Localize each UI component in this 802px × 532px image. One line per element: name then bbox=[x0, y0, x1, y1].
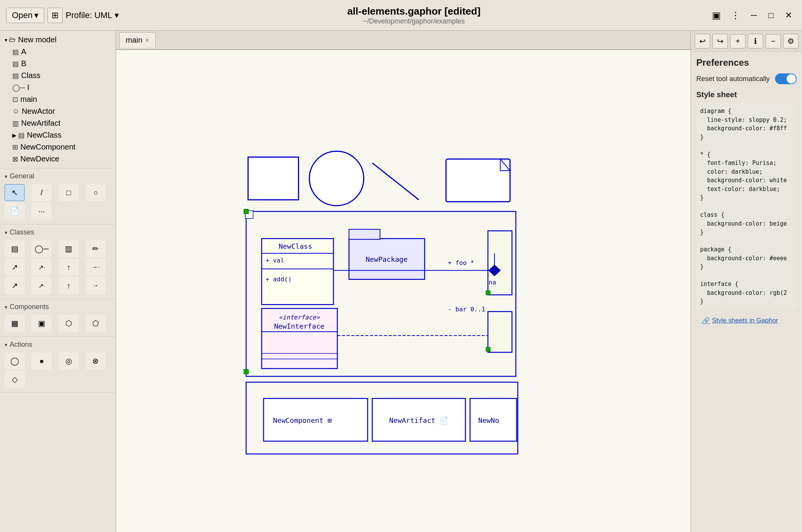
target-tool[interactable]: ◎ bbox=[59, 352, 79, 369]
assoc2-tool[interactable]: ↗· bbox=[32, 259, 52, 276]
actions-header[interactable]: ▾ Actions bbox=[0, 339, 116, 350]
class-icon-b: ▤ bbox=[12, 60, 19, 68]
minus-button[interactable]: − bbox=[765, 34, 781, 48]
newclass-icon: ▤ bbox=[18, 131, 25, 140]
tree-label: A bbox=[21, 47, 26, 56]
model-root[interactable]: ▾ 🗁 New model bbox=[0, 34, 116, 46]
minus-icon: − bbox=[771, 37, 775, 45]
canvas-svg: NewClass + val + add() NewPackage «inter… bbox=[116, 50, 691, 532]
tree-label-b: B bbox=[21, 59, 26, 68]
dashed-line-tool[interactable]: ··· bbox=[32, 203, 52, 219]
layout-button[interactable]: ⊞ bbox=[47, 8, 63, 23]
pointer-tool[interactable]: ↖ bbox=[5, 184, 25, 201]
prohibited-tool[interactable]: ⊗ bbox=[86, 352, 106, 369]
close-icon: ✕ bbox=[785, 10, 792, 20]
tree-item-a[interactable]: ▤ A bbox=[0, 46, 116, 58]
comp1-tool[interactable]: ▦ bbox=[5, 315, 25, 332]
tab-main[interactable]: main × bbox=[119, 32, 156, 48]
open-chevron: ▾ bbox=[34, 10, 38, 20]
tree-item-newcomponent[interactable]: ⊞ NewComponent bbox=[0, 141, 116, 153]
class-tool[interactable]: ▤ bbox=[5, 240, 25, 257]
reset-tool-label: Reset tool automatically bbox=[696, 75, 770, 83]
panel-toggle-button[interactable]: ▣ bbox=[709, 8, 724, 22]
tree-item-newclass[interactable]: ▶ ▤ NewClass bbox=[0, 129, 116, 141]
svg-rect-26 bbox=[488, 312, 512, 352]
close-button[interactable]: ✕ bbox=[781, 9, 796, 22]
gear-button[interactable]: ⚙ bbox=[783, 34, 799, 48]
info-button[interactable]: ℹ bbox=[748, 34, 763, 48]
components-tools-section: ▾ Components ▦ ▣ ⬡ ⬠ bbox=[0, 299, 116, 337]
general-header[interactable]: ▾ General bbox=[0, 171, 116, 182]
tree-item-class[interactable]: ▤ Class bbox=[0, 70, 116, 81]
tree-item-newactor[interactable]: ☺ NewActor bbox=[0, 105, 116, 117]
svg-rect-0 bbox=[248, 157, 298, 200]
comp2-tool[interactable]: ▣ bbox=[32, 315, 52, 332]
filename: all-elements.gaphor [edited] bbox=[123, 5, 704, 17]
preferences-title: Preferences bbox=[696, 57, 797, 68]
tree-item-newdevice[interactable]: ⊠ NewDevice bbox=[0, 153, 116, 165]
iface-tool[interactable]: ◯─ bbox=[32, 240, 52, 257]
svg-text:na: na bbox=[489, 279, 496, 286]
comp3-tool[interactable]: ⬡ bbox=[59, 315, 79, 332]
assoc-tool[interactable]: ↗ bbox=[5, 259, 25, 276]
tab-close-icon[interactable]: × bbox=[145, 37, 149, 44]
nav-tool[interactable]: → bbox=[86, 277, 106, 294]
style-sheet-link[interactable]: 🔗 Style sheets in Gaphor bbox=[696, 314, 797, 328]
comp4-tool[interactable]: ⬠ bbox=[86, 315, 106, 332]
dep-tool[interactable]: →· bbox=[86, 259, 106, 276]
general-tool-grid: ↖ / □ ○ 📄 ··· bbox=[0, 182, 116, 222]
svg-marker-28 bbox=[489, 265, 500, 276]
tree-item-newartifact[interactable]: ▥ NewArtifact bbox=[0, 117, 116, 129]
svg-text:NewComponent ⊞: NewComponent ⊞ bbox=[273, 416, 332, 424]
reset-tool-row: Reset tool automatically bbox=[696, 73, 797, 84]
agg-tool[interactable]: ↑ bbox=[59, 277, 79, 294]
line-tool[interactable]: / bbox=[32, 184, 52, 201]
collapse-arrow: ▾ bbox=[5, 37, 7, 43]
canvas[interactable]: NewClass + val + add() NewPackage «inter… bbox=[116, 50, 691, 532]
svg-rect-40 bbox=[470, 399, 517, 441]
menu-button[interactable]: ⋮ bbox=[728, 8, 743, 22]
svg-rect-8 bbox=[244, 369, 248, 374]
rect-tool[interactable]: □ bbox=[59, 184, 79, 201]
undo-icon: ↩ bbox=[699, 37, 706, 45]
redo-button[interactable]: ↪ bbox=[712, 34, 728, 48]
note-tool[interactable]: 📄 bbox=[5, 203, 25, 219]
svg-rect-16 bbox=[349, 229, 380, 239]
filled-tool[interactable]: ● bbox=[32, 352, 52, 369]
reset-tool-toggle[interactable] bbox=[775, 73, 797, 84]
undo-button[interactable]: ↩ bbox=[695, 34, 710, 48]
classes-header[interactable]: ▾ Classes bbox=[0, 227, 116, 238]
svg-text:NewPackage: NewPackage bbox=[366, 255, 408, 263]
open-button[interactable]: Open ▾ bbox=[6, 8, 44, 23]
components-label: Components bbox=[10, 303, 49, 311]
style-code[interactable]: diagram { line-style: sloppy 0.2; backgr… bbox=[696, 103, 797, 310]
tree-label-main: main bbox=[20, 95, 37, 104]
svg-text:NewArtifact 📄: NewArtifact 📄 bbox=[389, 416, 448, 425]
gear-icon: ⚙ bbox=[787, 37, 794, 45]
circle-tool[interactable]: ○ bbox=[86, 184, 106, 201]
svg-rect-25 bbox=[486, 291, 490, 295]
maximize-button[interactable]: □ bbox=[765, 9, 777, 22]
components-tool-grid: ▦ ▣ ⬡ ⬠ bbox=[0, 313, 116, 334]
components-header[interactable]: ▾ Components bbox=[0, 301, 116, 313]
actor-icon: ☺ bbox=[12, 107, 19, 115]
package-tool[interactable]: ▥ bbox=[59, 240, 79, 257]
svg-rect-24 bbox=[488, 231, 512, 295]
oval-tool[interactable]: ◯ bbox=[5, 352, 25, 369]
pen-tool[interactable]: ✏ bbox=[86, 240, 106, 257]
tree-item-main[interactable]: ⊡ main bbox=[0, 93, 116, 105]
svg-text:+ foo *: + foo * bbox=[448, 259, 474, 266]
tree-item-b[interactable]: ▤ B bbox=[0, 58, 116, 70]
general-arrow: ▾ bbox=[5, 173, 7, 180]
real-tool[interactable]: ↗ bbox=[5, 277, 25, 294]
diamond-tool[interactable]: ◇ bbox=[5, 371, 25, 388]
inherit-tool[interactable]: ↑ bbox=[59, 259, 79, 276]
tree-item-i[interactable]: ◯─ I bbox=[0, 81, 116, 93]
profile-button[interactable]: Profile: UML ▾ bbox=[66, 10, 119, 20]
sidebar: ▾ 🗁 New model ▤ A ▤ B ▤ Class ◯─ I ⊡ bbox=[0, 31, 116, 532]
minimize-button[interactable]: ─ bbox=[747, 9, 761, 22]
add-button[interactable]: + bbox=[730, 34, 745, 48]
svg-rect-9 bbox=[262, 239, 334, 305]
comp-tool[interactable]: ↗· bbox=[32, 277, 52, 294]
svg-text:NewClass: NewClass bbox=[279, 242, 312, 250]
